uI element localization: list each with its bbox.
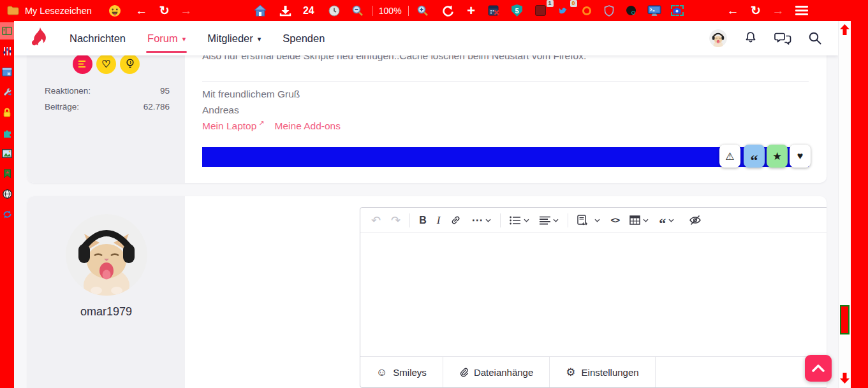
author-stats: Reaktionen: 95 Beiträge: 62.786 — [45, 86, 170, 118]
tab-label: Einstellungen — [582, 367, 639, 378]
like-heart-button[interactable]: ♥ — [790, 145, 811, 168]
chevron-down-icon — [485, 219, 491, 222]
redo-button[interactable]: ↷ — [386, 211, 405, 230]
search-icon[interactable] — [807, 31, 823, 46]
back-icon[interactable]: ← — [134, 2, 149, 20]
alignment-button[interactable] — [535, 213, 563, 227]
privacy-possum-icon[interactable] — [624, 2, 639, 20]
reply-content: ↶ ↷ B I ⋯ — [185, 196, 827, 388]
nav-label: Forum — [147, 32, 178, 45]
bold-button[interactable]: B — [415, 212, 431, 229]
star-reaction-button[interactable]: ★ — [767, 145, 788, 168]
privacy-shield-icon[interactable] — [601, 2, 617, 20]
undo-button[interactable]: ↶ — [367, 211, 385, 230]
session-restore-icon[interactable] — [440, 2, 455, 20]
reload-icon[interactable]: ↻ — [157, 2, 172, 20]
nav-item-forum[interactable]: Forum ▾ — [147, 21, 186, 55]
tab-dateianhaenge[interactable]: Dateianhänge — [443, 357, 550, 387]
bookmark-star-icon[interactable]: ★ — [0, 165, 14, 182]
toolbar-separator — [500, 213, 501, 227]
link-meine-addons[interactable]: Meine Add-ons — [275, 120, 341, 132]
home-icon[interactable] — [253, 2, 268, 20]
scrollbar-thumb[interactable] — [840, 305, 850, 334]
message-input[interactable] — [360, 233, 827, 356]
user-avatar[interactable] — [709, 29, 727, 47]
reader-sidebar-icon[interactable] — [0, 22, 14, 40]
sliders-settings-icon[interactable] — [0, 43, 14, 60]
code-icon: <> — [610, 215, 619, 225]
chevron-up-icon — [812, 364, 825, 372]
calendar-close-icon[interactable] — [487, 2, 502, 20]
image-icon[interactable] — [0, 145, 14, 162]
puzzle-addon-icon[interactable] — [0, 124, 14, 141]
tab-count-label[interactable]: 24 — [301, 2, 316, 20]
tab-einstellungen[interactable]: ⚙ Einstellungen — [550, 357, 655, 387]
lock-icon[interactable] — [0, 104, 14, 121]
clock-icon[interactable] — [327, 2, 342, 20]
browser-toolbar: My Lesezeichen ← ↻ → 24 100% + 5 1 0 — [0, 0, 868, 21]
link-mein-laptop[interactable]: Mein Laptop ↗ — [202, 120, 265, 132]
forward-icon-right[interactable]: → — [770, 2, 786, 20]
quote-button[interactable]: “ — [744, 145, 765, 168]
chevron-down-icon — [643, 219, 649, 222]
screenshot-icon[interactable] — [670, 2, 685, 20]
bird-addon-icon[interactable]: 0 — [557, 2, 572, 20]
reply-editor: ↶ ↷ B I ⋯ — [360, 207, 827, 388]
inline-code-button[interactable]: <> — [606, 213, 624, 227]
new-tab-plus-icon[interactable]: + — [464, 2, 479, 20]
nav-item-nachrichten[interactable]: Nachrichten — [70, 21, 126, 55]
italic-button[interactable]: I — [432, 212, 445, 229]
toolbar-separator — [568, 213, 568, 227]
list-button[interactable] — [505, 213, 534, 227]
tab-smileys[interactable]: ☺ Smileys — [360, 357, 443, 387]
more-format-options-button[interactable]: ⋯ — [467, 211, 496, 229]
list-reaction-badge[interactable] — [73, 54, 92, 74]
quote-block-button[interactable]: “ — [654, 215, 679, 226]
display-addon-icon[interactable] — [647, 2, 662, 20]
sync-refresh-icon[interactable] — [0, 206, 14, 223]
page-scrollbar[interactable] — [838, 21, 851, 388]
reload-icon-right[interactable]: ↻ — [748, 2, 763, 20]
nav-item-spenden[interactable]: Spenden — [283, 21, 325, 55]
chevron-down-icon — [594, 219, 600, 222]
lightbulb-reaction-badge[interactable] — [120, 54, 140, 74]
zoom-in-icon[interactable] — [415, 2, 430, 20]
reply-author-panel: omar1979 — [27, 196, 185, 388]
editor-tabbar: ☺ Smileys Dateianhänge ⚙ Einstellungen — [360, 356, 827, 387]
user-avatar-large[interactable] — [66, 214, 147, 296]
scrollbar-up-arrow[interactable] — [840, 24, 850, 37]
back-icon-right[interactable]: ← — [725, 2, 740, 20]
insert-template-button[interactable] — [573, 212, 605, 229]
reply-username[interactable]: omar1979 — [27, 305, 185, 319]
notifications-bell-icon[interactable] — [743, 31, 758, 46]
wrench-tool-icon[interactable] — [0, 83, 14, 101]
scrollbar-down-arrow[interactable] — [840, 373, 850, 385]
site-logo-flame-icon[interactable] — [29, 27, 50, 50]
bookmarks-folder-label[interactable]: My Lesezeichen — [25, 6, 92, 16]
globe-icon[interactable] — [0, 185, 14, 203]
scroll-to-top-button[interactable] — [805, 355, 832, 382]
table-button[interactable] — [625, 213, 653, 227]
right-red-strip — [851, 21, 868, 388]
toolbar-separator — [408, 6, 409, 16]
nav-item-mitglieder[interactable]: Mitglieder ▾ — [207, 21, 261, 55]
emoji-bookmark-icon[interactable] — [107, 2, 122, 20]
content-blocker-icon[interactable]: 1 — [533, 2, 548, 20]
zoom-level-label[interactable]: 100% — [379, 2, 402, 20]
report-button[interactable]: ⚠ — [719, 145, 740, 168]
toggle-preview-button[interactable] — [684, 212, 706, 228]
zoom-out-icon[interactable] — [350, 2, 365, 20]
link-icon — [450, 215, 461, 226]
orange-ring-addon-icon[interactable] — [579, 2, 594, 20]
selected-footer-region — [202, 147, 809, 167]
conversations-icon[interactable] — [774, 31, 791, 46]
forum-navbar: Nachrichten Forum ▾ Mitglieder ▾ Spenden — [14, 21, 838, 55]
heart-reaction-badge[interactable]: ♡ — [96, 54, 116, 74]
window-tools-icon[interactable] — [0, 63, 14, 80]
toolbar-separator — [409, 213, 410, 227]
link-button[interactable] — [446, 212, 466, 228]
tracker-shield-icon[interactable]: 5 — [510, 2, 525, 20]
menu-hamburger-icon[interactable] — [794, 2, 809, 20]
download-icon[interactable] — [278, 2, 293, 20]
forward-icon[interactable]: → — [179, 2, 194, 20]
